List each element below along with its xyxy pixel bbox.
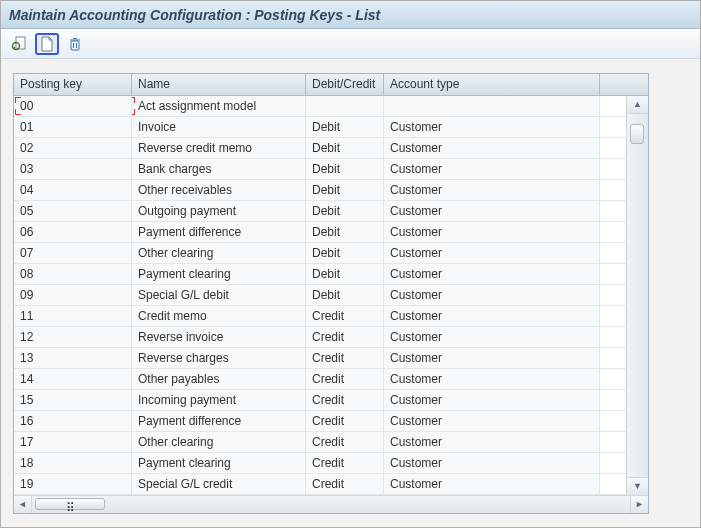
vertical-scrollbar[interactable]: ▲ ▼ [626, 96, 648, 495]
cell-account-type[interactable]: Customer [384, 327, 600, 347]
cell-account-type[interactable]: Customer [384, 474, 600, 494]
cell-account-type[interactable]: Customer [384, 285, 600, 305]
cell-account-type[interactable]: Customer [384, 159, 600, 179]
table-row[interactable]: 14Other payablesCreditCustomer [14, 369, 648, 390]
cell-debit-credit[interactable]: Credit [306, 348, 384, 368]
cell-account-type[interactable]: Customer [384, 453, 600, 473]
cell-name[interactable]: Act assignment model [132, 96, 306, 116]
cell-posting-key[interactable]: 00 [14, 96, 132, 116]
cell-name[interactable]: Other receivables [132, 180, 306, 200]
table-row[interactable]: 19Special G/L creditCreditCustomer [14, 474, 648, 495]
table-row[interactable]: 13Reverse chargesCreditCustomer [14, 348, 648, 369]
table-row[interactable]: 07Other clearingDebitCustomer [14, 243, 648, 264]
cell-name[interactable]: Reverse credit memo [132, 138, 306, 158]
cell-name[interactable]: Payment difference [132, 222, 306, 242]
cell-name[interactable]: Special G/L credit [132, 474, 306, 494]
cell-debit-credit[interactable]: Debit [306, 285, 384, 305]
table-row[interactable]: 04Other receivablesDebitCustomer [14, 180, 648, 201]
cell-account-type[interactable]: Customer [384, 369, 600, 389]
cell-account-type[interactable]: Customer [384, 390, 600, 410]
cell-name[interactable]: Outgoing payment [132, 201, 306, 221]
cell-name[interactable]: Bank charges [132, 159, 306, 179]
cell-posting-key[interactable]: 06 [14, 222, 132, 242]
cell-account-type[interactable]: Customer [384, 117, 600, 137]
cell-debit-credit[interactable]: Debit [306, 117, 384, 137]
cell-posting-key[interactable]: 04 [14, 180, 132, 200]
cell-name[interactable]: Incoming payment [132, 390, 306, 410]
cell-posting-key[interactable]: 01 [14, 117, 132, 137]
cell-account-type[interactable]: Customer [384, 306, 600, 326]
cell-posting-key[interactable]: 08 [14, 264, 132, 284]
cell-name[interactable]: Payment clearing [132, 264, 306, 284]
cell-posting-key[interactable]: 14 [14, 369, 132, 389]
table-row[interactable]: 18Payment clearingCreditCustomer [14, 453, 648, 474]
col-header-debit-credit[interactable]: Debit/Credit [306, 74, 384, 95]
hscroll-track[interactable]: ⠿ [32, 496, 630, 513]
col-header-account-type[interactable]: Account type [384, 74, 600, 95]
cell-posting-key[interactable]: 19 [14, 474, 132, 494]
cell-posting-key[interactable]: 15 [14, 390, 132, 410]
cell-debit-credit[interactable]: Debit [306, 201, 384, 221]
cell-debit-credit[interactable]: Debit [306, 222, 384, 242]
scroll-down-button[interactable]: ▼ [627, 477, 648, 495]
cell-posting-key[interactable]: 17 [14, 432, 132, 452]
table-row[interactable]: 09Special G/L debitDebitCustomer [14, 285, 648, 306]
cell-account-type[interactable]: Customer [384, 243, 600, 263]
cell-name[interactable]: Reverse invoice [132, 327, 306, 347]
scroll-up-button[interactable]: ▲ [627, 96, 648, 114]
cell-posting-key[interactable]: 03 [14, 159, 132, 179]
col-header-name[interactable]: Name [132, 74, 306, 95]
cell-account-type[interactable]: Customer [384, 264, 600, 284]
cell-account-type[interactable]: Customer [384, 432, 600, 452]
cell-name[interactable]: Other clearing [132, 432, 306, 452]
vscroll-thumb[interactable] [630, 124, 644, 144]
cell-debit-credit[interactable]: Credit [306, 306, 384, 326]
cell-posting-key[interactable]: 05 [14, 201, 132, 221]
table-row[interactable]: 16Payment differenceCreditCustomer [14, 411, 648, 432]
cell-posting-key[interactable]: 18 [14, 453, 132, 473]
cell-name[interactable]: Payment clearing [132, 453, 306, 473]
details-button[interactable] [7, 33, 31, 55]
table-row[interactable]: 03Bank chargesDebitCustomer [14, 159, 648, 180]
cell-debit-credit[interactable]: Credit [306, 474, 384, 494]
cell-debit-credit[interactable]: Debit [306, 180, 384, 200]
cell-name[interactable]: Credit memo [132, 306, 306, 326]
cell-account-type[interactable] [384, 96, 600, 116]
scroll-right-button[interactable]: ► [630, 496, 648, 513]
cell-posting-key[interactable]: 11 [14, 306, 132, 326]
table-row[interactable]: 01InvoiceDebitCustomer [14, 117, 648, 138]
cell-debit-credit[interactable]: Credit [306, 369, 384, 389]
cell-debit-credit[interactable]: Credit [306, 453, 384, 473]
cell-name[interactable]: Other payables [132, 369, 306, 389]
cell-debit-credit[interactable]: Debit [306, 138, 384, 158]
create-button[interactable] [35, 33, 59, 55]
cell-debit-credit[interactable]: Debit [306, 243, 384, 263]
delete-button[interactable] [63, 33, 87, 55]
cell-account-type[interactable]: Customer [384, 201, 600, 221]
table-row[interactable]: 17Other clearingCreditCustomer [14, 432, 648, 453]
cell-posting-key[interactable]: 13 [14, 348, 132, 368]
table-row[interactable]: 12Reverse invoiceCreditCustomer [14, 327, 648, 348]
cell-name[interactable]: Special G/L debit [132, 285, 306, 305]
cell-account-type[interactable]: Customer [384, 348, 600, 368]
cell-debit-credit[interactable]: Credit [306, 411, 384, 431]
cell-account-type[interactable]: Customer [384, 411, 600, 431]
cell-posting-key[interactable]: 07 [14, 243, 132, 263]
cell-name[interactable]: Invoice [132, 117, 306, 137]
table-row[interactable]: 15Incoming paymentCreditCustomer [14, 390, 648, 411]
table-row[interactable]: 06Payment differenceDebitCustomer [14, 222, 648, 243]
table-row[interactable]: 02Reverse credit memoDebitCustomer [14, 138, 648, 159]
cell-debit-credit[interactable]: Credit [306, 327, 384, 347]
cell-posting-key[interactable]: 02 [14, 138, 132, 158]
cell-name[interactable]: Payment difference [132, 411, 306, 431]
cell-debit-credit[interactable] [306, 96, 384, 116]
cell-posting-key[interactable]: 16 [14, 411, 132, 431]
table-row[interactable]: 00Act assignment model [14, 96, 648, 117]
cell-debit-credit[interactable]: Credit [306, 390, 384, 410]
cell-debit-credit[interactable]: Credit [306, 432, 384, 452]
hscroll-thumb[interactable]: ⠿ [35, 498, 105, 510]
cell-posting-key[interactable]: 12 [14, 327, 132, 347]
table-row[interactable]: 05Outgoing paymentDebitCustomer [14, 201, 648, 222]
cell-account-type[interactable]: Customer [384, 138, 600, 158]
cell-name[interactable]: Other clearing [132, 243, 306, 263]
